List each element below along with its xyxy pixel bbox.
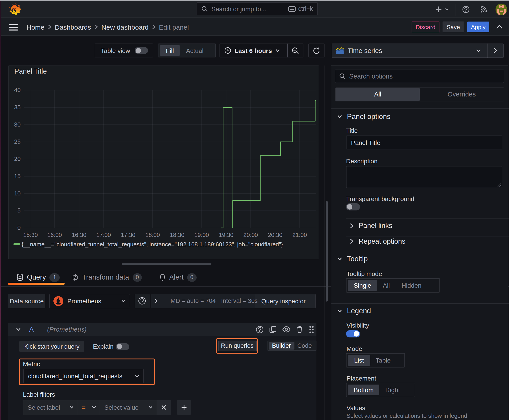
svg-text:19:00: 19:00: [194, 232, 209, 238]
svg-text:18:00: 18:00: [145, 232, 160, 238]
svg-text:20: 20: [14, 156, 21, 162]
svg-text:19:30: 19:30: [219, 232, 233, 238]
svg-text:20:00: 20:00: [243, 232, 258, 238]
svg-text:17:30: 17:30: [121, 232, 135, 238]
svg-text:15: 15: [14, 173, 21, 180]
svg-text:17:00: 17:00: [96, 232, 111, 238]
svg-text:16:00: 16:00: [47, 232, 62, 238]
svg-text:10: 10: [14, 190, 21, 197]
svg-text:20:30: 20:30: [268, 232, 282, 238]
svg-text:15:30: 15:30: [23, 232, 38, 238]
svg-text:21:00: 21:00: [292, 232, 307, 238]
svg-text:0: 0: [17, 224, 21, 231]
svg-text:18:30: 18:30: [170, 232, 184, 238]
svg-text:{__name__="cloudflared_tunnel_: {__name__="cloudflared_tunnel_total_requ…: [22, 241, 283, 248]
svg-text:16:30: 16:30: [72, 232, 86, 238]
svg-text:40: 40: [14, 87, 21, 93]
svg-text:30: 30: [14, 121, 21, 128]
svg-text:5: 5: [17, 207, 21, 214]
svg-text:25: 25: [14, 138, 21, 145]
svg-text:35: 35: [14, 104, 21, 111]
